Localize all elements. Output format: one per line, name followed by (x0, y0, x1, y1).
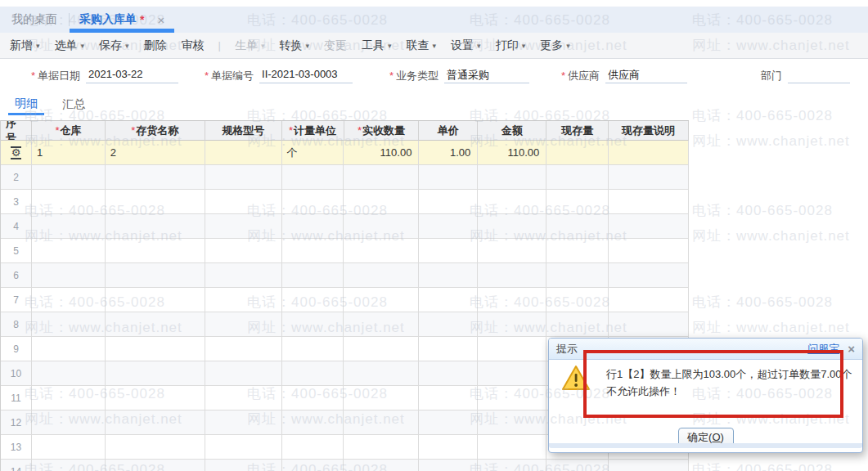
grid-cell (205, 288, 282, 312)
tab-detail[interactable]: 明细 (8, 92, 44, 115)
toolbar-button[interactable]: 生单▾ (235, 38, 265, 53)
grid-cell (609, 239, 689, 263)
table-row[interactable]: 4 (1, 214, 689, 239)
toolbar-button[interactable]: 审核 (182, 38, 205, 53)
grid-cell[interactable]: 1.00 (419, 141, 478, 165)
grid-column-header[interactable]: 单价 (419, 121, 478, 141)
grid-cell (478, 386, 546, 410)
toolbar-button[interactable]: 设置▾ (451, 38, 481, 53)
grid-column-header[interactable]: 现存量 (546, 121, 609, 141)
grid-cell (609, 190, 689, 214)
chevron-down-icon: ▾ (388, 42, 392, 50)
grid-cell (106, 190, 205, 214)
toolbar-button-label: 更多 (540, 38, 563, 53)
tab-my-desktop[interactable]: 我的桌面 (0, 7, 69, 33)
grid-column-header[interactable]: 规格型号 (205, 121, 282, 141)
tab-purchase-receipt[interactable]: 采购入库单 * × (70, 7, 174, 33)
grid-cell (478, 165, 546, 190)
form-field: *供应商供应商 (561, 68, 687, 83)
grid-cell (106, 312, 205, 337)
grid-cell (478, 410, 546, 435)
grid-cell (478, 190, 546, 214)
toolbar-button[interactable]: 联查▾ (407, 38, 437, 53)
table-row[interactable]: 6 (1, 263, 689, 288)
grid-cell (609, 214, 689, 239)
grid-cell (32, 337, 106, 361)
field-value-input[interactable]: 普通采购 (444, 68, 529, 83)
table-row[interactable]: 7 (1, 288, 689, 312)
grid-cell[interactable]: 1 (32, 141, 106, 165)
grid-column-header[interactable]: *存货名称 (106, 121, 205, 141)
row-number-cell: 7 (1, 288, 32, 312)
grid-cell (32, 386, 106, 410)
field-label: 单据日期 (38, 69, 80, 83)
grid-cell (205, 460, 282, 471)
grid-cell (106, 239, 205, 263)
row-number: 2 (13, 172, 19, 183)
table-row[interactable]: 8 (1, 312, 689, 337)
grid-cell (546, 165, 609, 190)
grid-column-header[interactable]: *实收数量 (344, 121, 420, 141)
grid-column-header[interactable]: *计量单位 (282, 121, 344, 141)
grid-column-header[interactable]: 金额 (478, 121, 546, 141)
grid-column-header[interactable]: *仓库 (32, 121, 106, 141)
grid-column-header[interactable]: 序号 (1, 121, 32, 141)
toolbar-button[interactable]: 保存▾ (99, 38, 129, 53)
field-value-input[interactable]: 供应商 (605, 68, 687, 83)
grid-cell[interactable] (609, 141, 689, 165)
grid-cell (32, 312, 106, 337)
toolbar-button[interactable]: 更多▾ (540, 38, 570, 53)
toolbar-button[interactable]: 删除 (144, 38, 167, 53)
tab-summary[interactable]: 汇总 (56, 93, 92, 115)
tab-label: 采购入库单 (79, 12, 137, 27)
toolbar-button[interactable]: 打印▾ (496, 38, 526, 53)
grid-cell (344, 386, 419, 410)
toolbar-separator: | (218, 39, 221, 52)
grid-cell (205, 263, 282, 288)
grid-cell (106, 263, 205, 288)
chevron-down-icon: ▾ (522, 42, 526, 50)
toolbar-button[interactable]: 转换▾ (280, 38, 310, 53)
row-settings-cell[interactable]: ⚙ (1, 141, 32, 165)
toolbar-button[interactable]: 选单▾ (55, 38, 85, 53)
table-row: ⚙12个110.001.00110.00 (1, 141, 689, 165)
grid-column-header[interactable]: 现存量说明 (609, 121, 689, 141)
table-row[interactable]: 14 (1, 460, 689, 471)
column-header-label: 金额 (501, 123, 523, 138)
field-value-input[interactable]: 2021-03-22 (86, 68, 178, 83)
grid-cell[interactable] (205, 141, 282, 165)
required-marker: * (358, 124, 362, 137)
grid-cell (106, 386, 205, 410)
close-icon[interactable]: × (848, 342, 855, 356)
field-label: 业务类型 (396, 69, 438, 83)
grid-cell[interactable] (546, 141, 609, 165)
close-icon[interactable]: × (157, 13, 164, 27)
chevron-down-icon: ▾ (125, 42, 129, 50)
field-label: 单据编号 (211, 69, 254, 83)
help-link[interactable]: 问服宝 (807, 342, 839, 357)
row-number: 12 (11, 417, 21, 428)
grid-cell (419, 263, 478, 288)
grid-cell[interactable]: 个 (282, 141, 344, 165)
field-value-input[interactable]: II-2021-03-0003 (259, 68, 353, 83)
table-row[interactable]: 2 (1, 165, 689, 190)
grid-cell (32, 361, 106, 386)
grid-cell (282, 165, 344, 190)
chevron-down-icon: ▾ (36, 42, 40, 50)
grid-cell[interactable]: 2 (106, 141, 205, 165)
toolbar-button[interactable]: 新增▾ (10, 38, 40, 53)
grid-cell (106, 460, 205, 471)
dialog-footer (549, 443, 862, 448)
field-value-input[interactable] (788, 68, 850, 83)
grid-cell (419, 460, 478, 471)
grid-cell (478, 435, 546, 460)
table-row[interactable]: 3 (1, 190, 689, 214)
message-line-2: 不允许此操作！ (606, 383, 852, 400)
gear-icon[interactable]: ⚙ (11, 146, 22, 159)
grid-cell[interactable]: 110.00 (344, 141, 419, 165)
table-row[interactable]: 5 (1, 239, 689, 263)
toolbar-button[interactable]: 变更 (324, 38, 347, 53)
toolbar-button[interactable]: 工具▾ (362, 38, 392, 53)
grid-cell[interactable]: 110.00 (478, 141, 546, 165)
toolbar-button-label: 删除 (144, 38, 167, 53)
